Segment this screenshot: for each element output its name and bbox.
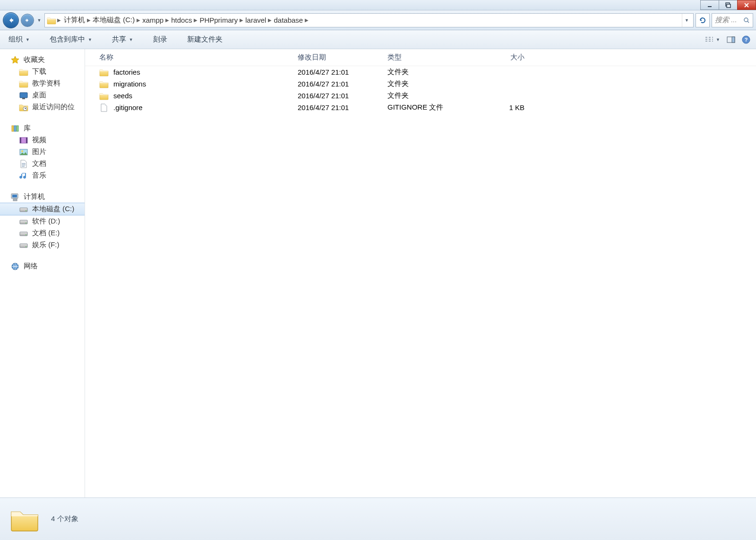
list-view-icon xyxy=(704,36,714,43)
file-name: migrations xyxy=(113,80,146,88)
column-date[interactable]: 修改日期 xyxy=(298,53,387,62)
nav-history-dropdown[interactable]: ▼ xyxy=(36,18,43,23)
sidebar-favorites-item[interactable]: 桌面 xyxy=(0,89,85,101)
sidebar-item-label: 下载 xyxy=(32,67,46,76)
folder-icon xyxy=(47,16,56,25)
svg-point-20 xyxy=(744,18,748,22)
chevron-right-icon[interactable]: ▶ xyxy=(194,17,198,23)
breadcrumb-segment[interactable]: PHPprimary xyxy=(198,15,240,25)
sidebar-libraries-item[interactable]: 音乐 xyxy=(0,170,85,181)
share-menu[interactable]: 共享▼ xyxy=(109,33,136,46)
chevron-right-icon[interactable]: ▶ xyxy=(87,17,91,23)
sidebar-item-label: 视频 xyxy=(32,136,46,145)
burn-button[interactable]: 刻录 xyxy=(150,33,170,46)
address-bar: ▼ ▶ 计算机▶本地磁盘 (C:)▶xampp▶htdocs▶PHPprimar… xyxy=(0,10,756,30)
file-date: 2016/4/27 21:01 xyxy=(298,80,387,88)
sidebar-libraries-item[interactable]: 文档 xyxy=(0,158,85,170)
file-row[interactable]: .gitignore 2016/4/27 21:01 GITIGNORE 文件 … xyxy=(85,102,756,113)
preview-pane-button[interactable] xyxy=(727,36,735,43)
column-name[interactable]: 名称 xyxy=(99,53,298,62)
include-in-library-menu[interactable]: 包含到库中▼ xyxy=(47,33,95,46)
sidebar-item-label: 桌面 xyxy=(32,91,46,100)
desktop-icon xyxy=(19,91,28,100)
file-date: 2016/4/27 21:01 xyxy=(298,68,387,76)
chevron-right-icon[interactable]: ▶ xyxy=(240,17,243,23)
navigation-pane: 收藏夹 下载教学资料桌面最近访问的位 库 视频图片文档音乐 计算机 本地磁盘 (… xyxy=(0,49,85,497)
chevron-right-icon[interactable]: ▶ xyxy=(305,17,309,23)
sidebar-item-label: 文档 xyxy=(32,159,46,168)
folder-icon xyxy=(99,68,109,77)
sidebar-computer-item[interactable]: 娱乐 (F:) xyxy=(0,239,85,251)
folder-icon xyxy=(99,80,109,88)
file-date: 2016/4/27 21:01 xyxy=(298,92,387,100)
sidebar-libraries-group: 库 视频图片文档音乐 xyxy=(0,122,85,181)
minimize-button[interactable] xyxy=(700,0,719,10)
file-row[interactable]: seeds 2016/4/27 21:01 文件夹 xyxy=(85,90,756,102)
file-icon xyxy=(99,103,109,112)
star-icon xyxy=(10,56,20,64)
sidebar-favorites-item[interactable]: 最近访问的位 xyxy=(0,101,85,113)
sidebar-network-header[interactable]: 网络 xyxy=(0,260,85,272)
file-type: 文件夹 xyxy=(387,68,482,77)
video-icon xyxy=(19,136,28,145)
chevron-right-icon[interactable]: ▶ xyxy=(165,17,169,23)
organize-menu[interactable]: 组织▼ xyxy=(6,33,33,46)
breadcrumb-segment[interactable]: 计算机 xyxy=(62,15,87,26)
help-button[interactable]: ? xyxy=(742,35,750,44)
recent-icon xyxy=(19,103,28,111)
file-row[interactable]: factories 2016/4/27 21:01 文件夹 xyxy=(85,66,756,78)
chevron-down-icon: ▼ xyxy=(129,37,133,42)
sidebar-favorites-group: 收藏夹 下载教学资料桌面最近访问的位 xyxy=(0,54,85,113)
sidebar-favorites-item[interactable]: 教学资料 xyxy=(0,77,85,89)
svg-rect-22 xyxy=(732,37,735,43)
sidebar-computer-item[interactable]: 本地磁盘 (C:) xyxy=(0,203,85,215)
sidebar-favorites-header[interactable]: 收藏夹 xyxy=(0,54,85,66)
sidebar-libraries-item[interactable]: 视频 xyxy=(0,134,85,146)
search-input[interactable]: 搜索 ... xyxy=(712,13,753,27)
breadcrumb-segment[interactable]: database xyxy=(272,15,305,25)
chevron-down-icon: ▼ xyxy=(26,37,30,42)
forward-button[interactable] xyxy=(21,14,34,27)
breadcrumb-segment[interactable]: 本地磁盘 (C:) xyxy=(91,15,137,26)
sidebar-favorites-item[interactable]: 下载 xyxy=(0,66,85,77)
svg-rect-19 xyxy=(727,4,730,8)
breadcrumb-bar[interactable]: ▶ 计算机▶本地磁盘 (C:)▶xampp▶htdocs▶PHPprimary▶… xyxy=(44,13,694,27)
toolbar: 组织▼ 包含到库中▼ 共享▼ 刻录 新建文件夹 ▼ ? xyxy=(0,30,756,49)
sidebar-computer-item[interactable]: 软件 (D:) xyxy=(0,215,85,227)
breadcrumb-segment[interactable]: htdocs xyxy=(169,15,194,25)
chevron-right-icon[interactable]: ▶ xyxy=(268,17,272,23)
chevron-right-icon[interactable]: ▶ xyxy=(137,17,140,23)
chevron-down-icon: ▼ xyxy=(88,37,92,42)
maximize-button[interactable] xyxy=(719,0,738,10)
close-button[interactable] xyxy=(737,0,756,10)
file-row[interactable]: migrations 2016/4/27 21:01 文件夹 xyxy=(85,78,756,90)
chevron-down-icon: ▼ xyxy=(716,37,720,42)
help-icon: ? xyxy=(742,35,750,44)
breadcrumb-segment[interactable]: laravel xyxy=(243,15,268,25)
back-button[interactable] xyxy=(3,12,19,28)
file-date: 2016/4/27 21:01 xyxy=(298,103,387,111)
drive-icon xyxy=(19,217,28,226)
refresh-button[interactable] xyxy=(696,13,710,27)
sidebar-computer-item[interactable]: 文档 (E:) xyxy=(0,227,85,239)
search-placeholder: 搜索 ... xyxy=(715,16,737,25)
path-dropdown[interactable]: ▼ xyxy=(682,14,691,27)
file-name: seeds xyxy=(113,92,132,100)
sidebar-libraries-item[interactable]: 图片 xyxy=(0,146,85,158)
drive-icon xyxy=(19,205,28,214)
view-options-button[interactable]: ▼ xyxy=(704,36,720,43)
picture-icon xyxy=(19,148,28,156)
chevron-right-icon[interactable]: ▶ xyxy=(57,17,61,23)
sidebar-computer-header[interactable]: 计算机 xyxy=(0,191,85,203)
new-folder-button[interactable]: 新建文件夹 xyxy=(184,33,225,46)
column-size[interactable]: 大小 xyxy=(482,53,539,62)
sidebar-item-label: 图片 xyxy=(32,147,46,156)
sidebar-item-label: 最近访问的位 xyxy=(32,103,75,111)
column-type[interactable]: 类型 xyxy=(387,53,482,62)
sidebar-libraries-header[interactable]: 库 xyxy=(0,122,85,134)
sidebar-item-label: 音乐 xyxy=(32,171,46,180)
file-size: 1 KB xyxy=(482,103,539,111)
status-bar: 4 个对象 xyxy=(0,497,756,540)
breadcrumb-segment[interactable]: xampp xyxy=(140,15,165,25)
music-icon xyxy=(19,171,28,180)
